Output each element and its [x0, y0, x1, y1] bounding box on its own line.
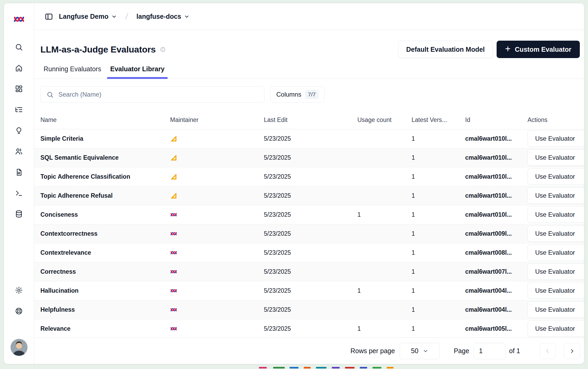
sidebar-item-datasets[interactable] [13, 208, 25, 220]
project-switcher[interactable]: langfuse-docs [136, 11, 191, 22]
next-page-button[interactable] [564, 343, 580, 359]
use-evaluator-button[interactable]: Use Evaluator [528, 282, 584, 299]
use-evaluator-button[interactable]: Use Evaluator [528, 206, 584, 223]
users-icon [15, 147, 23, 155]
cell-maintainer [166, 243, 260, 262]
use-evaluator-button[interactable]: Use Evaluator [528, 130, 584, 147]
app-window: Langfuse Demo langfuse-docs [4, 3, 584, 364]
info-icon[interactable] [160, 46, 166, 53]
langfuse-icon [170, 287, 177, 294]
search-box[interactable] [40, 86, 264, 103]
rows-per-page-select[interactable]: 50 [400, 343, 440, 359]
sidebar-nav [13, 41, 25, 220]
chevron-right-icon [569, 348, 575, 354]
langfuse-logo[interactable] [13, 13, 25, 25]
cell-last-edit: 5/23/2025 [260, 319, 353, 338]
column-header-usage-count: Usage count [353, 111, 408, 129]
org-switcher[interactable]: Langfuse Demo [58, 11, 118, 22]
chevron-down-icon [111, 14, 117, 20]
peek-mark [304, 367, 311, 368]
lifebuoy-icon [15, 307, 23, 315]
cell-latest-version: 1 [408, 148, 461, 167]
sidebar [4, 3, 34, 364]
columns-label: Columns [276, 91, 301, 98]
cell-usage-count: 1 [353, 281, 408, 300]
cell-id: cmal6wart005l... [461, 319, 524, 338]
cell-latest-version: 1 [408, 281, 461, 300]
default-evaluation-model-button[interactable]: Default Evaluation Model [398, 41, 493, 58]
sidebar-item-home[interactable] [13, 62, 25, 74]
cell-id: cmal6wart010l... [461, 148, 524, 167]
column-header-id: Id [461, 111, 524, 129]
use-evaluator-button[interactable]: Use Evaluator [528, 168, 584, 185]
table-row: Relevance 5/23/202511cmal6wart005l...Use… [34, 319, 584, 338]
custom-evaluator-button[interactable]: + Custom Evaluator [497, 41, 580, 58]
sidebar-item-search[interactable] [13, 41, 25, 53]
cell-actions: Use Evaluator [524, 300, 584, 319]
use-evaluator-button[interactable]: Use Evaluator [528, 187, 584, 204]
table-header-row: NameMaintainerLast EditUsage countLatest… [34, 111, 584, 129]
sidebar-item-tracing[interactable] [13, 104, 25, 115]
peek-mark [372, 367, 381, 368]
cell-name: Simple Criteria [34, 129, 166, 148]
sidebar-item-users[interactable] [13, 145, 25, 157]
peek-mark [332, 367, 340, 368]
rows-per-page-label: Rows per page [351, 347, 395, 355]
cell-actions: Use Evaluator [524, 281, 584, 300]
sidebar-item-dashboards[interactable] [13, 83, 25, 94]
cell-usage-count [353, 262, 408, 281]
sidebar-toggle-button[interactable] [45, 12, 53, 21]
column-header-maintainer: Maintainer [166, 111, 260, 129]
use-evaluator-button[interactable]: Use Evaluator [528, 244, 584, 261]
cell-maintainer [166, 148, 260, 167]
page-number-input[interactable] [473, 343, 506, 359]
columns-button[interactable]: Columns 7/7 [270, 86, 325, 103]
sidebar-item-settings[interactable] [13, 284, 25, 296]
cell-actions: Use Evaluator [524, 148, 584, 167]
cell-actions: Use Evaluator [524, 224, 584, 243]
cell-name: Topic Adherence Classification [34, 167, 166, 186]
sidebar-item-prompts[interactable] [13, 166, 25, 178]
table-row: Contextcorrectness 5/23/20251cmal6wart00… [34, 224, 584, 243]
cell-usage-count: 1 [353, 205, 408, 224]
cell-last-edit: 5/23/2025 [260, 186, 353, 205]
use-evaluator-button[interactable]: Use Evaluator [528, 301, 584, 318]
tab-running-evaluators[interactable]: Running Evaluators [40, 65, 104, 79]
peek-mark [273, 367, 285, 368]
sidebar-item-support[interactable] [13, 305, 25, 317]
use-evaluator-button[interactable]: Use Evaluator [528, 320, 584, 337]
chevron-down-icon [423, 348, 428, 354]
cell-name: Relevance [34, 319, 166, 338]
sidebar-item-playground[interactable] [13, 187, 25, 199]
page-content: LLM-as-a-Judge Evaluators Default Evalua… [34, 30, 584, 364]
cell-maintainer [166, 186, 260, 205]
home-icon [15, 64, 23, 72]
user-avatar[interactable] [10, 339, 28, 356]
use-evaluator-button[interactable]: Use Evaluator [528, 149, 584, 166]
cell-id: cmal6wart010l... [461, 205, 524, 224]
cell-usage-count: 1 [353, 319, 408, 338]
columns-count-badge: 7/7 [305, 90, 319, 99]
page-label: Page [454, 347, 469, 355]
gear-icon [15, 286, 23, 294]
search-input[interactable] [58, 91, 258, 98]
cell-actions: Use Evaluator [524, 205, 584, 224]
use-evaluator-button[interactable]: Use Evaluator [528, 225, 584, 242]
cell-actions: Use Evaluator [524, 243, 584, 262]
tab-evaluator-library[interactable]: Evaluator Library [107, 65, 168, 79]
database-icon [15, 210, 23, 218]
cell-last-edit: 5/23/2025 [260, 281, 353, 300]
ragas-icon [170, 154, 177, 161]
sidebar-item-evaluation[interactable] [13, 125, 25, 136]
title-bar: LLM-as-a-Judge Evaluators Default Evalua… [34, 30, 584, 58]
main-area: Langfuse Demo langfuse-docs [34, 3, 584, 364]
cell-last-edit: 5/23/2025 [260, 243, 353, 262]
cell-usage-count [353, 224, 408, 243]
cell-maintainer [166, 205, 260, 224]
table-row: Contextrelevance 5/23/20251cmal6wart008l… [34, 243, 584, 262]
previous-page-button[interactable] [540, 343, 556, 359]
desktop-background: Langfuse Demo langfuse-docs [0, 0, 588, 369]
use-evaluator-button[interactable]: Use Evaluator [528, 263, 584, 280]
cell-latest-version: 1 [408, 224, 461, 243]
column-header-name: Name [34, 111, 166, 129]
